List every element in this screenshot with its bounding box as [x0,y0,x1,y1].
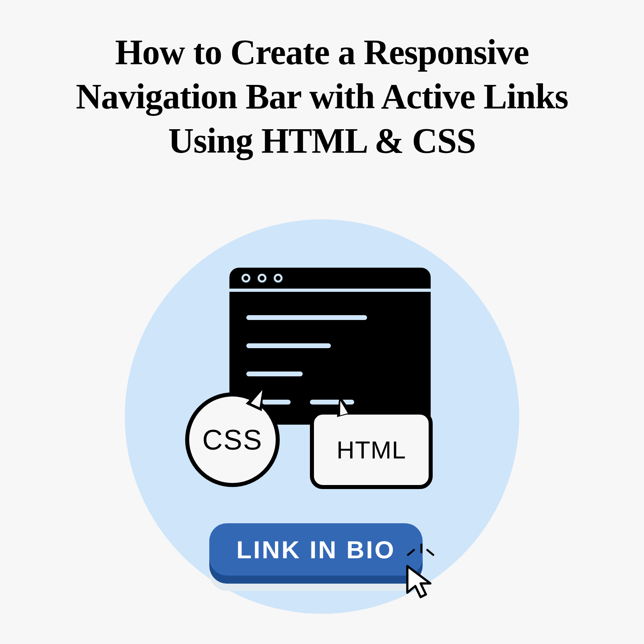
cursor-icon [398,559,443,604]
window-dot-icon [242,274,250,283]
css-label: CSS [185,392,280,487]
code-line-icon [246,372,303,376]
browser-header [229,268,431,292]
window-dot-icon [258,274,266,283]
code-line-icon [246,343,331,348]
button-label: LINK IN BIO [209,523,423,576]
page-title: How to Create a Responsive Navigation Ba… [32,30,612,163]
css-speech-bubble: CSS [185,392,280,487]
code-line-icon [246,315,367,320]
html-speech-bubble: HTML [310,411,433,489]
html-label: HTML [310,411,433,489]
code-illustration: CSS HTML [197,268,447,509]
window-dot-icon [274,274,283,283]
link-in-bio-button[interactable]: LINK IN BIO [209,523,435,600]
